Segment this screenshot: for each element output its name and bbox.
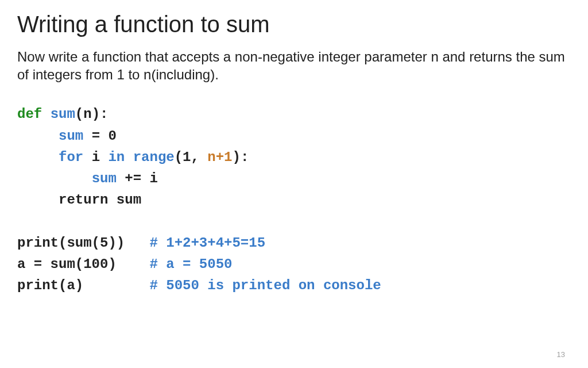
params: (n):: [75, 106, 109, 122]
plus-equals-i: += i: [117, 171, 158, 186]
print-sum-5: print(sum(5)): [17, 235, 149, 251]
range-call: range: [125, 150, 174, 165]
comment-2: # a = 5050: [149, 256, 232, 272]
code-block: def sum(n): sum = 0 for i in range(1, n+…: [17, 103, 571, 296]
keyword-for: for: [59, 150, 83, 165]
range-close: ):: [233, 150, 249, 165]
comment-1: # 1+2+3+4+5=15: [149, 235, 265, 251]
loop-var: i: [83, 150, 108, 165]
n-plus-1: n+1: [207, 150, 232, 165]
var-sum-incr: sum: [92, 171, 117, 186]
comment-3: # 5050 is printed on console: [149, 278, 381, 293]
var-sum: sum: [59, 128, 83, 144]
assign-zero: = 0: [83, 128, 117, 144]
function-name: sum: [51, 106, 75, 122]
return-stmt: return sum: [59, 192, 141, 208]
assign-sum-100: a = sum(100): [17, 256, 149, 272]
range-open: (1,: [175, 150, 208, 165]
slide-title: Writing a function to sum: [17, 12, 571, 37]
slide-description: Now write a function that accepts a non-…: [17, 48, 571, 83]
keyword-def: def: [17, 106, 42, 122]
keyword-in: in: [108, 150, 125, 165]
print-a: print(a): [17, 278, 149, 293]
page-number: 13: [557, 350, 565, 359]
